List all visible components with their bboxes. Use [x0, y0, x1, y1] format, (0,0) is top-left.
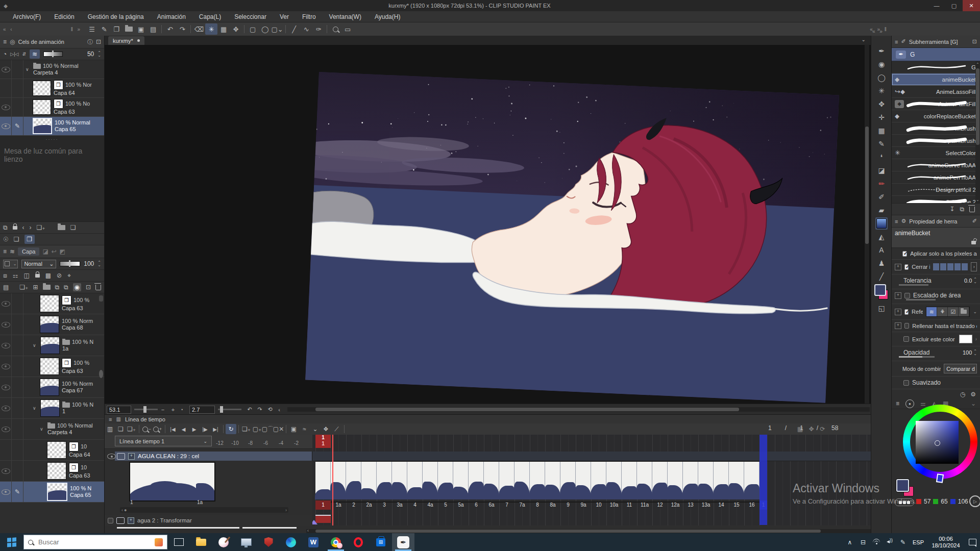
expand-icon[interactable]: + — [895, 264, 901, 270]
layer-color-dropdown[interactable]: ⌄ — [3, 260, 18, 268]
return-tab-icon[interactable]: ↩ — [52, 248, 57, 255]
crosshair-icon[interactable]: ✛ — [875, 111, 888, 123]
layer-list-scroll-thumb[interactable] — [99, 370, 103, 378]
menu-archivo-f[interactable]: Archivo(F) — [6, 11, 47, 22]
gradient-icon[interactable] — [875, 217, 888, 230]
cel-2[interactable] — [346, 462, 361, 499]
layer-body[interactable]: ∨100 % NormalCarpeta 4 — [23, 419, 104, 439]
tl-add-timeline-icon[interactable]: ❏₊ — [126, 424, 137, 434]
new-layer-icon[interactable]: ❏₊ — [19, 284, 28, 291]
rotate-right-icon[interactable]: ↷ — [255, 406, 265, 413]
search-box[interactable] — [23, 535, 167, 549]
fill-select-icon[interactable]: ◭ — [875, 231, 888, 243]
canvas-viewport[interactable] — [105, 45, 871, 404]
cel-3[interactable] — [377, 462, 392, 499]
adjacent-checkbox[interactable] — [902, 251, 907, 257]
layer-visibility-cell[interactable] — [0, 60, 12, 79]
apply-mask-icon[interactable]: ⊡ — [86, 284, 91, 291]
tl-film-icon[interactable]: ▥ — [105, 424, 115, 434]
ref-layers-icon[interactable]: ≋ — [926, 307, 937, 316]
settings-wrench-icon[interactable]: ⚙ — [970, 390, 976, 398]
zoom-tool-icon[interactable] — [329, 23, 341, 35]
add-cel-icon[interactable]: ❏₊ — [37, 224, 45, 231]
cel-14[interactable] — [714, 462, 729, 499]
move-tool-icon[interactable]: ✥ — [875, 98, 888, 110]
vector-checkbox[interactable] — [904, 323, 909, 329]
cel-12a[interactable] — [668, 462, 683, 499]
panel-extra-icon[interactable]: ⊡ — [96, 38, 101, 45]
reset-view-icon[interactable]: ⟲ — [265, 406, 275, 413]
layer-row-capa-63[interactable]: ❒10Capa 63 — [0, 461, 104, 482]
menu-ventana-w[interactable]: Ventana(W) — [323, 11, 368, 22]
panel-menu-icon[interactable]: ≡ — [895, 218, 898, 224]
eye-icon[interactable] — [2, 489, 10, 495]
menu-seleccionar[interactable]: Seleccionar — [228, 11, 273, 22]
collapse-status-icon[interactable]: ‹ — [275, 407, 283, 413]
keyframe-block[interactable] — [315, 515, 331, 523]
expand-chevron-icon[interactable]: ∨ — [40, 427, 45, 432]
tl-prev-frame-icon[interactable]: ◀ — [178, 424, 189, 434]
layer-edit-cell[interactable]: ✎ — [12, 117, 23, 135]
open-folder-icon[interactable] — [122, 23, 135, 35]
layer-row-carpeta-4[interactable]: ∨100 % NormalCarpeta 4 — [0, 419, 104, 440]
wifi-icon[interactable] — [870, 539, 883, 546]
area-slider[interactable] — [906, 299, 936, 300]
layer-opacity-spinner[interactable]: ⌃⌄ — [97, 261, 101, 266]
delete-layer-icon[interactable] — [95, 285, 101, 290]
figure-icon[interactable]: ♟ — [875, 257, 888, 269]
save-icon[interactable]: ▣ — [135, 23, 147, 35]
next-cel-icon[interactable]: › — [30, 224, 32, 231]
option-area-scaling[interactable]: + Escalado de área — [892, 289, 980, 299]
layer-edit-cell[interactable] — [12, 356, 23, 377]
lock-cel-icon[interactable] — [13, 226, 17, 230]
menu-edici-n[interactable]: Edición — [47, 11, 81, 22]
ref-dropdown-icon[interactable]: ⌄ — [973, 309, 977, 314]
store-button[interactable]: ⊞ — [370, 533, 392, 551]
reference-buttons[interactable]: ≋ ⚘ ☑ — [926, 307, 970, 317]
rotate-left-icon[interactable]: ↶ — [244, 406, 255, 413]
layer-visibility-cell[interactable] — [0, 293, 12, 314]
layer-body[interactable]: ❒100 %Capa 63 — [23, 356, 104, 377]
option-adjacent[interactable]: Aplicar solo a los píxeles adyace — [892, 248, 980, 260]
option-exclude-color[interactable]: Excluir este color › — [892, 332, 980, 346]
track2-checkbox[interactable] — [108, 518, 113, 523]
new-folder-icon[interactable] — [43, 285, 51, 290]
rotation-value[interactable]: 2.7 — [189, 406, 215, 414]
canvas-hscrollbar[interactable] — [287, 407, 870, 412]
panel-menu-icon[interactable]: ≡ — [109, 416, 112, 422]
layer-visibility-cell[interactable] — [0, 98, 12, 116]
close-button[interactable]: ✕ — [963, 0, 980, 11]
layer-tab[interactable]: Capa — [18, 247, 39, 256]
hue-marker[interactable] — [936, 473, 944, 483]
tl-play-icon[interactable]: ▶ — [189, 424, 200, 434]
subtool-paintbrush[interactable]: paintBrush — [892, 135, 980, 147]
eye-icon[interactable] — [2, 468, 10, 474]
tl-new-cel-icon[interactable]: ❏₊ — [241, 424, 252, 434]
menu-filtro[interactable]: Filtro — [296, 11, 323, 22]
tl-specify-cel-icon[interactable]: ▢₊ — [252, 424, 262, 434]
eye-icon[interactable] — [2, 427, 10, 432]
airbrush-icon[interactable]: ▰ — [875, 204, 888, 216]
search-input[interactable] — [37, 538, 151, 546]
cel-4[interactable] — [407, 462, 423, 499]
frame-border-icon[interactable]: ◪ — [875, 164, 888, 177]
splitter-handle[interactable]: ····· — [0, 136, 104, 143]
expand-track-icon[interactable]: + — [128, 517, 134, 524]
cel-15[interactable] — [729, 462, 744, 499]
collapse-left-icon[interactable]: « ‹ — [3, 27, 14, 32]
line-icon[interactable]: ╱ — [288, 23, 300, 35]
cel-8[interactable] — [530, 462, 545, 499]
info-icon[interactable]: ⓘ — [87, 38, 93, 46]
mask-icon[interactable]: ◉ — [73, 283, 81, 291]
option-vector-fill[interactable]: + Rellenar hasta el trazado del ve — [892, 320, 980, 332]
import-icon[interactable]: ↧ — [949, 206, 954, 213]
color-slider-tab-icon[interactable]: ⚌ — [920, 400, 926, 407]
maximize-button[interactable]: ▢ — [945, 0, 963, 11]
cel-6[interactable] — [469, 462, 484, 499]
pen-nib-icon[interactable]: ✒ — [875, 45, 888, 57]
preview-box-icon[interactable]: ▭ — [341, 23, 354, 35]
subtool-scrollbar[interactable]: ⌃⌄ — [975, 61, 980, 203]
lock-alpha-icon[interactable]: ▩ — [45, 272, 51, 279]
layer-row-capa-65[interactable]: ✎100 % NCapa 65 — [0, 482, 104, 503]
layer-row-capa-63[interactable]: ❒100 %Capa 63 — [0, 356, 104, 377]
